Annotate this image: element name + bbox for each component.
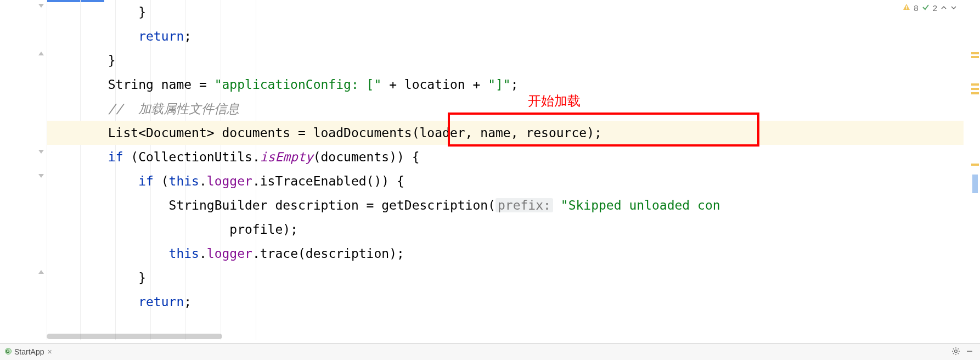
fold-toggle-icon[interactable] bbox=[37, 49, 46, 58]
code-line[interactable]: if (this.logger.isTraceEnabled()) { bbox=[47, 169, 964, 193]
check-icon bbox=[922, 3, 930, 13]
svg-point-3 bbox=[955, 350, 958, 352]
warning-marker[interactable] bbox=[971, 164, 979, 166]
gear-icon[interactable] bbox=[951, 347, 960, 357]
warning-marker[interactable] bbox=[971, 88, 979, 90]
run-tab-startapp[interactable]: StartApp × bbox=[0, 344, 57, 360]
code-line[interactable]: return; bbox=[47, 24, 964, 48]
svg-line-10 bbox=[953, 353, 954, 353]
fold-toggle-icon[interactable] bbox=[37, 1, 46, 10]
code-line[interactable]: this.logger.trace(description); bbox=[47, 241, 964, 266]
code-editor[interactable]: } return; } String name = "applicationCo… bbox=[47, 0, 964, 340]
warning-marker[interactable] bbox=[971, 56, 979, 58]
fold-toggle-icon[interactable] bbox=[37, 171, 46, 180]
warning-marker[interactable] bbox=[971, 92, 979, 94]
svg-line-9 bbox=[958, 353, 959, 353]
run-config-icon bbox=[4, 347, 12, 357]
svg-line-8 bbox=[953, 348, 954, 349]
tool-window-tabs: StartApp × bbox=[0, 343, 980, 360]
annotation-box bbox=[448, 113, 759, 147]
code-line[interactable]: profile); bbox=[47, 217, 964, 241]
editor-root: } return; } String name = "applicationCo… bbox=[0, 0, 980, 360]
warning-icon bbox=[903, 3, 910, 13]
info-marker[interactable] bbox=[972, 175, 978, 193]
code-line[interactable]: if (CollectionUtils.isEmpty(documents)) … bbox=[47, 145, 964, 169]
fold-toggle-icon[interactable] bbox=[37, 147, 46, 156]
ok-count: 2 bbox=[933, 3, 937, 13]
error-stripe[interactable] bbox=[968, 0, 980, 340]
inspections-widget[interactable]: 8 2 bbox=[903, 3, 957, 13]
warning-count: 8 bbox=[914, 3, 918, 13]
code-line[interactable]: StringBuilder description = getDescripti… bbox=[47, 193, 964, 217]
minimize-icon[interactable] bbox=[966, 347, 973, 357]
svg-rect-0 bbox=[906, 6, 908, 8]
code-line[interactable]: } bbox=[47, 0, 964, 24]
chevron-down-icon[interactable] bbox=[950, 3, 957, 13]
editor-gutter[interactable] bbox=[0, 0, 47, 340]
code-line[interactable]: return; bbox=[47, 290, 964, 314]
code-line[interactable]: String name = "applicationConfig: [" + l… bbox=[47, 72, 964, 97]
fold-toggle-icon[interactable] bbox=[37, 268, 46, 277]
parameter-hint: prefix: bbox=[495, 198, 553, 212]
scrollbar-thumb[interactable] bbox=[47, 334, 222, 339]
svg-rect-1 bbox=[906, 8, 908, 9]
code-line[interactable]: } bbox=[47, 266, 964, 290]
code-line[interactable]: } bbox=[47, 48, 964, 72]
warning-marker[interactable] bbox=[971, 83, 979, 86]
run-tab-label: StartApp bbox=[14, 347, 44, 356]
warning-marker[interactable] bbox=[971, 52, 979, 54]
svg-line-11 bbox=[958, 348, 959, 349]
chevron-up-icon[interactable] bbox=[940, 3, 947, 13]
annotation-label: 开始加载 bbox=[528, 92, 581, 110]
horizontal-scrollbar[interactable] bbox=[47, 333, 980, 340]
close-icon[interactable]: × bbox=[47, 347, 52, 356]
